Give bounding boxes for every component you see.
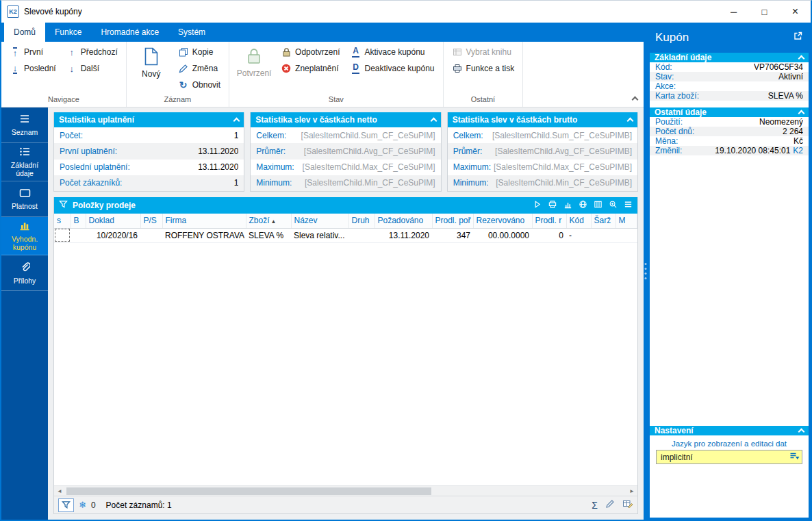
collapse-panel-icon[interactable]	[233, 118, 240, 125]
copy-button[interactable]: Kopie	[175, 44, 224, 60]
stat-row: Celkem:[SalesItemChild.Sum_CF_CeSuPIM]	[251, 127, 440, 143]
column-header[interactable]: Požadováno	[375, 214, 432, 228]
sidebar-item-vyhodnoceni-kuponu[interactable]: Vyhodn. kupónu	[1, 217, 48, 255]
chart-icon[interactable]	[563, 200, 572, 211]
column-header-sorted[interactable]: Zboží▲	[246, 214, 291, 228]
section-header[interactable]: Základní údaje	[650, 53, 809, 62]
record-count-label: Počet záznamů: 1	[106, 500, 172, 510]
menu-icon[interactable]	[624, 200, 633, 211]
grid-header[interactable]: Položky prodeje	[54, 197, 637, 214]
edit-table-icon[interactable]	[622, 499, 633, 511]
column-header[interactable]: Firma	[162, 214, 246, 228]
refresh-button[interactable]: ↻ Obnovit	[175, 77, 224, 93]
maximize-button[interactable]: □	[749, 1, 780, 23]
scrollbar-thumb[interactable]	[66, 487, 431, 495]
collapse-section-icon[interactable]	[798, 429, 805, 435]
window-title: Slevové kupóny	[24, 7, 82, 16]
first-record-icon: ↑	[10, 47, 21, 58]
tab-domu[interactable]: Domů	[4, 23, 45, 42]
column-header[interactable]: B	[71, 214, 86, 228]
previous-record-button[interactable]: ↑ Předchozí	[63, 44, 121, 60]
scroll-left-icon[interactable]: ◄	[54, 488, 65, 494]
section-ostatni-udaje: Ostatní údaje Použití:Neomezený Počet dn…	[650, 107, 809, 155]
column-header[interactable]: s	[54, 214, 71, 228]
column-header[interactable]: Šarž	[591, 214, 616, 228]
collapse-section-icon[interactable]	[798, 110, 805, 117]
detail-row: Měna:Kč	[650, 136, 809, 146]
detail-row: Počet dnů:2 264	[650, 127, 809, 136]
panel-header[interactable]: Statistika slev v částkách netto	[251, 112, 440, 127]
column-header[interactable]: M	[616, 214, 637, 228]
column-header[interactable]: Prodl. r	[532, 214, 566, 228]
deactivate-icon: D	[350, 63, 361, 73]
sidebar-item-seznam[interactable]: Seznam	[1, 107, 48, 143]
activate-coupon-button[interactable]: A Aktivace kupónu	[346, 44, 437, 60]
book-grid-icon	[452, 47, 463, 57]
language-select[interactable]: implicitní	[656, 450, 802, 464]
column-header[interactable]: Název	[291, 214, 348, 228]
last-record-button[interactable]: ↓ Poslední	[6, 60, 60, 77]
functions-print-button[interactable]: Funkce a tisk	[448, 60, 518, 77]
new-button[interactable]: Nový	[131, 44, 171, 79]
web-icon[interactable]	[579, 200, 587, 211]
sale-items-grid: Položky prodeje	[53, 197, 638, 514]
horizontal-scrollbar[interactable]: ◄ ►	[54, 485, 637, 496]
column-header[interactable]: Kód	[566, 214, 591, 228]
filter-button[interactable]	[58, 498, 74, 512]
print-icon[interactable]	[548, 200, 557, 211]
sale-items-table: s B Doklad P/S Firma Zboží▲ Název Druh P…	[54, 214, 637, 243]
unconfirm-button[interactable]: Odpotvrzení	[277, 44, 343, 60]
column-header[interactable]: P/S	[140, 214, 162, 228]
column-header[interactable]: Rezervováno	[473, 214, 532, 228]
scrollbar-track[interactable]	[65, 486, 626, 496]
close-button[interactable]: ×	[780, 1, 811, 23]
dropdown-icon[interactable]	[789, 452, 800, 463]
invalidate-button[interactable]: Zneplatnění	[277, 60, 343, 77]
edit-pencil-icon[interactable]	[605, 499, 615, 511]
table-header-row: s B Doklad P/S Firma Zboží▲ Název Druh P…	[54, 214, 637, 228]
cell-selector[interactable]	[54, 228, 71, 242]
filter-funnel-icon	[59, 200, 68, 211]
detail-title: Kupón	[655, 31, 689, 45]
column-header[interactable]: Druh	[348, 214, 375, 228]
ribbon-tab-bar: Domů Funkce Hromadné akce Systém	[1, 23, 644, 42]
section-header[interactable]: Ostatní údaje	[650, 107, 809, 117]
tab-hromadne-akce[interactable]: Hromadné akce	[91, 23, 168, 42]
tab-funkce[interactable]: Funkce	[45, 23, 91, 42]
panel-splitter[interactable]	[644, 23, 648, 520]
sum-icon[interactable]: Σ	[592, 500, 598, 511]
list-icon	[19, 114, 30, 125]
collapse-section-icon[interactable]	[798, 55, 805, 62]
sidebar-item-platnost[interactable]: Platnost	[1, 181, 48, 217]
first-record-button[interactable]: ↑ První	[6, 44, 60, 60]
scroll-right-icon[interactable]: ►	[626, 488, 637, 494]
collapse-panel-icon[interactable]	[430, 118, 437, 125]
red-x-icon	[281, 64, 292, 73]
next-record-button[interactable]: ↓ Další	[63, 60, 121, 77]
printer-icon	[452, 64, 463, 73]
new-document-icon	[144, 47, 158, 68]
sidebar-item-zakladni-udaje[interactable]: Základní údaje	[1, 143, 48, 181]
deactivate-coupon-button[interactable]: D Deaktivace kupónu	[346, 60, 437, 77]
column-header[interactable]: Doklad	[86, 214, 140, 228]
table-row[interactable]: 10/2020/16 ROFFENY OSTRAVA SLEVA % Sleva…	[54, 228, 637, 242]
change-button[interactable]: Změna	[175, 60, 224, 77]
sidebar-item-prilohy[interactable]: Přílohy	[1, 255, 48, 291]
language-select-value: implicitní	[661, 453, 693, 462]
column-header[interactable]: Prodl. poř	[432, 214, 473, 228]
run-icon[interactable]	[533, 200, 542, 211]
stat-row: Minimum:[SalesItemChild.Min_CF_CeSuPIMB]	[448, 175, 637, 191]
columns-icon[interactable]	[594, 200, 602, 211]
section-header[interactable]: Nastavení	[650, 426, 809, 435]
tab-system[interactable]: Systém	[168, 23, 215, 42]
collapse-panel-icon[interactable]	[627, 118, 634, 125]
stat-row: Maximum:[SalesItemChild.Max_CF_CeSuPIM]	[251, 160, 440, 175]
snowflake-icon[interactable]: ❄	[79, 500, 86, 510]
panel-header[interactable]: Statistika uplatnění	[54, 112, 244, 127]
open-detail-icon[interactable]	[793, 31, 803, 45]
panel-statistika-uplatneni: Statistika uplatnění Počet:1 První uplat…	[53, 112, 244, 192]
minimize-button[interactable]: ─	[718, 1, 749, 23]
lock-icon	[246, 47, 262, 67]
panel-header[interactable]: Statistika slev v částkách brutto	[448, 112, 637, 127]
zoom-icon[interactable]	[609, 200, 618, 211]
